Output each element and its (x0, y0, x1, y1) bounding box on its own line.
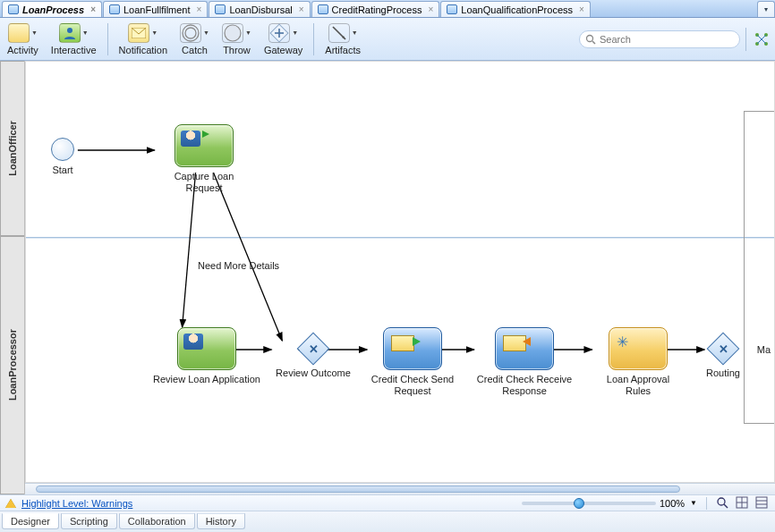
node-credit-check-send[interactable]: Credit Check Send Request (368, 327, 457, 396)
diagram-canvas[interactable]: Start Capture Loan Request Need More Det… (25, 61, 775, 483)
svg-line-17 (183, 173, 196, 327)
node-label: Review Loan Application (153, 374, 260, 385)
scrollbar-thumb[interactable] (36, 486, 680, 493)
layout-button[interactable] (752, 30, 771, 49)
node-loan-approval-rules[interactable]: Loan Approval Rules (593, 327, 683, 396)
tool-label: Notification (119, 45, 167, 55)
tool-label: Activity (7, 45, 38, 55)
close-icon[interactable]: × (579, 4, 584, 14)
tab-loanfullfilment[interactable]: LoanFullfilment × (103, 1, 208, 17)
offscreen-container (744, 111, 775, 424)
separator (107, 23, 108, 55)
node-review-outcome[interactable]: ✕ Review Outcome (273, 337, 353, 379)
svg-point-24 (718, 498, 725, 505)
gateway-icon (268, 23, 290, 43)
process-icon (447, 4, 457, 14)
svg-line-18 (213, 173, 282, 341)
user-icon (59, 23, 81, 43)
lane-label: LoanOfficer (7, 121, 18, 176)
process-icon (215, 4, 226, 14)
zoom-value: 100% (660, 498, 685, 509)
grid-view-button[interactable] (734, 496, 750, 511)
grid-icon (736, 496, 748, 509)
list-icon (755, 496, 768, 509)
tab-creditrating[interactable]: CreditRatingProcess × (311, 1, 440, 17)
user-task-icon (175, 124, 234, 167)
tool-label: Gateway (264, 45, 302, 55)
node-label: Start (52, 165, 72, 176)
lane-header-loanofficer[interactable]: LoanOfficer (0, 61, 24, 236)
zoom-slider[interactable] (522, 502, 656, 505)
offscreen-label: Ma (757, 344, 771, 355)
close-icon[interactable]: × (197, 4, 202, 14)
tool-activity[interactable]: ▼ Activity (4, 21, 42, 57)
tool-notification[interactable]: ▼ Notification (115, 21, 171, 57)
horizontal-scrollbar[interactable] (25, 483, 775, 494)
editor-tab-bar: LoanProcess × LoanFullfilment × LoanDisb… (0, 0, 775, 18)
layout-icon (754, 31, 770, 47)
separator (313, 23, 314, 55)
tab-label: LoanProcess (22, 4, 84, 15)
chevron-down-icon: ▼ (245, 30, 251, 36)
tool-artifacts[interactable]: ▼ Artifacts (321, 21, 364, 57)
close-icon[interactable]: × (90, 4, 96, 14)
tab-history[interactable]: History (197, 513, 245, 529)
tool-label: Catch (182, 45, 208, 55)
flow-edges (26, 62, 774, 482)
lane-header-loanprocessor[interactable]: LoanProcessor (0, 236, 24, 494)
highlight-level-link[interactable]: Highlight Level: Warnings (21, 498, 132, 509)
separator (745, 28, 746, 51)
diagram-canvas-area: LoanOfficer LoanProcessor (0, 61, 775, 494)
edge-label-need-more-details: Need More Details (198, 260, 279, 271)
swimlane-headers: LoanOfficer LoanProcessor (0, 61, 25, 494)
chevron-down-icon[interactable]: ▼ (688, 499, 699, 507)
node-start[interactable]: Start (51, 138, 74, 176)
tab-loanprocess[interactable]: LoanProcess × (2, 1, 102, 17)
node-credit-check-receive[interactable]: Credit Check Receive Response (475, 327, 574, 396)
tab-designer[interactable]: Designer (2, 513, 59, 529)
search-field[interactable] (579, 30, 740, 48)
tab-label: LoanQualificationProcess (461, 4, 573, 15)
chevron-down-icon: ▾ (764, 5, 768, 13)
tool-gateway[interactable]: ▼ Gateway (260, 21, 306, 57)
close-icon[interactable]: × (428, 4, 433, 14)
activity-icon (8, 23, 30, 43)
start-event-icon (51, 138, 74, 161)
tab-label: CreditRatingProcess (332, 4, 422, 15)
tool-throw[interactable]: ▼ Throw (218, 21, 255, 57)
node-label: Review Outcome (273, 367, 353, 379)
node-review-loan-application[interactable]: Review Loan Application (153, 327, 260, 385)
tab-scripting[interactable]: Scripting (61, 513, 117, 529)
process-icon (318, 4, 328, 14)
node-label: Loan Approval Rules (593, 374, 683, 396)
tab-loanqualification[interactable]: LoanQualificationProcess × (440, 1, 591, 17)
separator (706, 497, 707, 510)
node-routing-gateway[interactable]: ✕ Routing (706, 337, 740, 379)
svg-point-8 (587, 35, 593, 41)
close-icon[interactable]: × (299, 4, 304, 14)
tab-label: LoanDisbursal (229, 4, 292, 15)
palette-toolbar: ▼ Activity ▼ Interactive ▼ Notification … (0, 18, 775, 61)
exclusive-gateway-icon: ✕ (297, 333, 330, 366)
zoom-fit-button[interactable] (714, 496, 730, 511)
svg-line-25 (724, 504, 728, 508)
tool-catch[interactable]: ▼ Catch (176, 21, 213, 57)
tool-interactive[interactable]: ▼ Interactive (47, 21, 100, 57)
tool-label: Throw (223, 45, 251, 55)
list-view-button[interactable] (754, 496, 770, 511)
search-input[interactable] (600, 31, 732, 47)
svg-point-0 (67, 28, 72, 33)
chevron-down-icon: ▼ (203, 30, 209, 36)
tab-list-button[interactable]: ▾ (757, 1, 775, 17)
process-icon (8, 4, 19, 14)
zoom-slider-thumb[interactable] (574, 498, 584, 509)
throw-event-icon (222, 23, 243, 43)
magnifier-icon (716, 496, 728, 509)
tab-label: LoanFullfilment (123, 4, 191, 15)
node-capture-loan-request[interactable]: Capture Loan Request (155, 124, 253, 193)
status-bar: Highlight Level: Warnings 100% ▼ (0, 494, 775, 511)
node-label: Routing (706, 367, 740, 379)
tab-collaboration[interactable]: Collaboration (119, 513, 195, 529)
tab-loandisbursal[interactable]: LoanDisbursal × (209, 1, 310, 17)
business-rule-task-icon (609, 327, 668, 370)
